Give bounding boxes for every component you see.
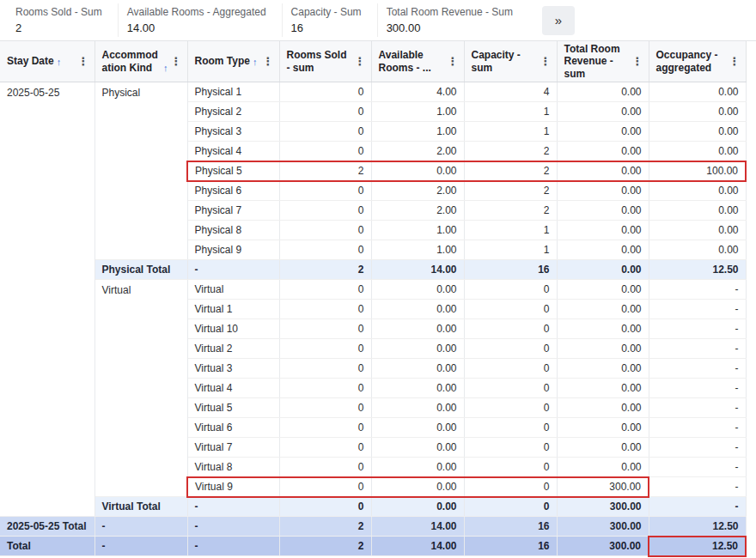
table-cell[interactable]: 0 — [279, 221, 371, 240]
table-cell[interactable]: 0.00 — [371, 497, 464, 517]
table-cell[interactable]: 0 — [464, 458, 557, 477]
table-cell[interactable]: 0.00 — [557, 240, 649, 260]
table-cell[interactable]: Total — [0, 537, 94, 556]
table-cell[interactable]: 0.00 — [557, 122, 649, 142]
table-cell[interactable]: 0.00 — [371, 280, 464, 300]
table-cell[interactable]: 1 — [464, 102, 557, 122]
table-cell[interactable]: 0.00 — [557, 82, 649, 102]
table-cell[interactable]: 2.00 — [371, 142, 464, 161]
table-cell[interactable]: Virtual 6 — [187, 418, 279, 438]
kebab-menu-icon[interactable]: ⋮ — [262, 55, 275, 68]
table-cell[interactable]: 0.00 — [649, 122, 746, 142]
table-cell[interactable]: Virtual 3 — [187, 359, 279, 379]
kebab-menu-icon[interactable]: ⋮ — [447, 55, 460, 68]
table-cell[interactable]: 0 — [464, 300, 557, 319]
table-cell[interactable]: 1 — [464, 240, 557, 260]
table-cell[interactable]: 0 — [279, 477, 371, 497]
table-cell[interactable]: 300.00 — [557, 537, 649, 556]
table-cell[interactable]: 0.00 — [371, 418, 464, 438]
table-cell[interactable]: 0 — [464, 319, 557, 339]
table-cell[interactable]: 0.00 — [557, 379, 649, 398]
table-cell[interactable]: - — [94, 517, 187, 537]
table-cell[interactable]: 0.00 — [557, 438, 649, 458]
table-cell[interactable]: 2 — [279, 537, 371, 556]
table-cell[interactable]: 0 — [279, 418, 371, 438]
table-cell[interactable]: 0 — [279, 122, 371, 142]
table-cell[interactable]: Virtual 9 — [187, 477, 279, 497]
table-cell[interactable]: 0.00 — [557, 319, 649, 339]
table-cell[interactable]: Physical 6 — [187, 181, 279, 201]
table-cell[interactable]: 0.00 — [371, 339, 464, 359]
table-cell[interactable]: 2 — [279, 260, 371, 280]
table-cell[interactable]: 12.50 — [649, 260, 746, 280]
table-cell[interactable]: 12.50 — [649, 537, 746, 556]
table-cell[interactable]: 4 — [464, 82, 557, 102]
table-cell[interactable]: 4.00 — [371, 82, 464, 102]
table-cell[interactable]: - — [649, 280, 746, 300]
table-cell[interactable]: - — [187, 260, 279, 280]
table-cell[interactable]: 0 — [464, 359, 557, 379]
table-cell[interactable]: 16 — [464, 537, 557, 556]
table-cell[interactable]: 2 — [279, 517, 371, 537]
table-cell[interactable]: 1.00 — [371, 102, 464, 122]
column-header[interactable]: Stay Date↑⋮ — [0, 41, 94, 82]
table-cell[interactable]: 0.00 — [649, 102, 746, 122]
table-cell[interactable]: 0 — [279, 497, 371, 517]
table-cell[interactable]: 0.00 — [557, 359, 649, 379]
table-cell[interactable]: 0 — [464, 339, 557, 359]
column-header[interactable]: Capacity - sum⋮ — [464, 41, 557, 82]
column-header[interactable]: Room Type↑⋮ — [187, 41, 279, 82]
table-cell[interactable]: Physical 5 — [187, 161, 279, 181]
table-cell[interactable]: 0 — [279, 398, 371, 418]
table-cell[interactable]: - — [649, 339, 746, 359]
table-cell[interactable]: 2 — [279, 161, 371, 181]
table-cell[interactable]: Physical 4 — [187, 142, 279, 161]
table-cell[interactable]: 0 — [279, 142, 371, 161]
column-header[interactable]: Rooms Sold - sum⋮ — [279, 41, 371, 82]
table-cell[interactable]: Physical 3 — [187, 122, 279, 142]
table-cell[interactable]: 16 — [464, 517, 557, 537]
table-cell[interactable]: 0.00 — [557, 300, 649, 319]
table-cell[interactable]: - — [94, 537, 187, 556]
table-cell[interactable]: 0 — [464, 438, 557, 458]
table-cell[interactable]: Physical 7 — [187, 201, 279, 221]
table-cell[interactable]: 300.00 — [557, 497, 649, 517]
table-cell[interactable]: 0.00 — [557, 260, 649, 280]
table-cell[interactable]: 0.00 — [371, 477, 464, 497]
table-cell[interactable]: 0.00 — [371, 359, 464, 379]
table-cell[interactable]: 1 — [464, 221, 557, 240]
table-cell[interactable]: Physical Total — [94, 260, 187, 280]
table-cell[interactable]: 1 — [464, 122, 557, 142]
table-cell[interactable]: 0.00 — [371, 300, 464, 319]
table-cell[interactable]: 0 — [279, 181, 371, 201]
table-cell[interactable]: 0 — [279, 300, 371, 319]
table-cell[interactable]: 0.00 — [557, 418, 649, 438]
table-cell[interactable]: 14.00 — [371, 537, 464, 556]
table-cell[interactable]: 0.00 — [557, 201, 649, 221]
table-cell[interactable]: Virtual — [94, 280, 187, 497]
table-cell[interactable]: 0.00 — [557, 221, 649, 240]
table-cell[interactable]: Physical 9 — [187, 240, 279, 260]
table-cell[interactable]: 0.00 — [371, 398, 464, 418]
table-cell[interactable]: - — [649, 477, 746, 497]
table-cell[interactable]: 0 — [464, 418, 557, 438]
table-cell[interactable]: - — [649, 497, 746, 517]
sort-asc-icon[interactable]: ↑ — [253, 57, 258, 68]
table-cell[interactable]: - — [649, 319, 746, 339]
table-cell[interactable]: 0 — [279, 280, 371, 300]
table-cell[interactable]: - — [649, 458, 746, 477]
table-cell[interactable]: - — [187, 517, 279, 537]
table-cell[interactable]: 0.00 — [557, 142, 649, 161]
table-cell[interactable]: - — [649, 379, 746, 398]
column-header[interactable]: Total Room Revenue - sum⋮ — [557, 41, 649, 82]
table-cell[interactable]: 1.00 — [371, 221, 464, 240]
table-cell[interactable]: 2.00 — [371, 181, 464, 201]
table-cell[interactable]: 0 — [279, 379, 371, 398]
kebab-menu-icon[interactable]: ⋮ — [729, 55, 741, 68]
table-cell[interactable]: - — [649, 438, 746, 458]
table-cell[interactable]: 14.00 — [371, 517, 464, 537]
table-cell[interactable]: 14.00 — [371, 260, 464, 280]
table-cell[interactable]: Virtual 8 — [187, 458, 279, 477]
table-cell[interactable]: 0.00 — [557, 398, 649, 418]
table-cell[interactable]: Virtual 4 — [187, 379, 279, 398]
